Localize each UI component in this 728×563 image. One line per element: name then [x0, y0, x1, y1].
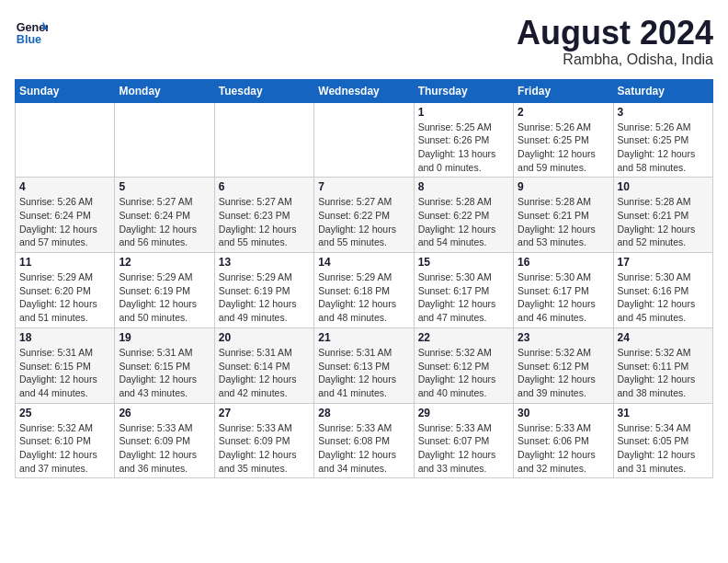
day-info: Sunrise: 5:33 AM Sunset: 6:09 PM Dayligh…	[119, 421, 210, 476]
day-info: Sunrise: 5:29 AM Sunset: 6:20 PM Dayligh…	[19, 270, 110, 325]
calendar-week-row: 18Sunrise: 5:31 AM Sunset: 6:15 PM Dayli…	[16, 327, 713, 403]
day-info: Sunrise: 5:27 AM Sunset: 6:22 PM Dayligh…	[318, 195, 409, 249]
location-subtitle: Rambha, Odisha, India	[517, 52, 713, 68]
calendar-cell: 18Sunrise: 5:31 AM Sunset: 6:15 PM Dayli…	[16, 327, 115, 403]
day-info: Sunrise: 5:33 AM Sunset: 6:08 PM Dayligh…	[318, 421, 409, 476]
day-info: Sunrise: 5:32 AM Sunset: 6:12 PM Dayligh…	[418, 346, 509, 400]
day-info: Sunrise: 5:30 AM Sunset: 6:17 PM Dayligh…	[518, 270, 609, 325]
day-number: 11	[19, 256, 110, 269]
day-info: Sunrise: 5:30 AM Sunset: 6:17 PM Dayligh…	[418, 270, 509, 325]
day-info: Sunrise: 5:33 AM Sunset: 6:09 PM Dayligh…	[219, 421, 310, 476]
calendar-week-row: 11Sunrise: 5:29 AM Sunset: 6:20 PM Dayli…	[16, 253, 713, 328]
day-info: Sunrise: 5:28 AM Sunset: 6:22 PM Dayligh…	[418, 195, 509, 249]
day-number: 16	[518, 256, 609, 269]
calendar-cell: 3Sunrise: 5:26 AM Sunset: 6:25 PM Daylig…	[613, 102, 712, 178]
logo-icon: General Blue	[15, 15, 48, 48]
day-info: Sunrise: 5:25 AM Sunset: 6:26 PM Dayligh…	[418, 121, 509, 175]
weekday-header-cell: Saturday	[613, 79, 712, 102]
day-number: 22	[418, 331, 509, 344]
day-info: Sunrise: 5:26 AM Sunset: 6:25 PM Dayligh…	[618, 121, 709, 175]
calendar-cell: 12Sunrise: 5:29 AM Sunset: 6:19 PM Dayli…	[115, 253, 214, 328]
weekday-header-row: SundayMondayTuesdayWednesdayThursdayFrid…	[16, 79, 713, 102]
calendar-cell: 14Sunrise: 5:29 AM Sunset: 6:18 PM Dayli…	[314, 253, 414, 328]
day-number: 23	[518, 331, 609, 344]
day-number: 2	[518, 106, 609, 119]
calendar-cell: 2Sunrise: 5:26 AM Sunset: 6:25 PM Daylig…	[514, 102, 613, 178]
day-number: 7	[318, 180, 409, 193]
calendar-body: 1Sunrise: 5:25 AM Sunset: 6:26 PM Daylig…	[16, 102, 713, 478]
calendar-cell: 13Sunrise: 5:29 AM Sunset: 6:19 PM Dayli…	[214, 253, 313, 328]
day-info: Sunrise: 5:26 AM Sunset: 6:24 PM Dayligh…	[19, 195, 110, 249]
calendar-cell: 23Sunrise: 5:32 AM Sunset: 6:12 PM Dayli…	[514, 327, 613, 403]
day-number: 24	[618, 331, 709, 344]
day-info: Sunrise: 5:27 AM Sunset: 6:24 PM Dayligh…	[119, 195, 210, 249]
calendar-cell: 24Sunrise: 5:32 AM Sunset: 6:11 PM Dayli…	[613, 327, 712, 403]
calendar-cell	[314, 102, 414, 178]
day-info: Sunrise: 5:31 AM Sunset: 6:13 PM Dayligh…	[318, 346, 409, 400]
day-number: 15	[418, 256, 509, 269]
day-info: Sunrise: 5:29 AM Sunset: 6:19 PM Dayligh…	[119, 270, 210, 325]
day-number: 14	[318, 256, 409, 269]
calendar-cell: 26Sunrise: 5:33 AM Sunset: 6:09 PM Dayli…	[115, 403, 214, 478]
day-number: 10	[618, 180, 709, 193]
day-number: 12	[119, 256, 210, 269]
calendar-cell: 9Sunrise: 5:28 AM Sunset: 6:21 PM Daylig…	[514, 178, 613, 253]
day-number: 17	[618, 256, 709, 269]
day-info: Sunrise: 5:29 AM Sunset: 6:18 PM Dayligh…	[318, 270, 409, 325]
day-number: 26	[119, 407, 210, 419]
calendar-cell	[214, 102, 313, 178]
day-number: 4	[19, 180, 110, 193]
calendar-cell: 16Sunrise: 5:30 AM Sunset: 6:17 PM Dayli…	[514, 253, 613, 328]
calendar-week-row: 4Sunrise: 5:26 AM Sunset: 6:24 PM Daylig…	[16, 178, 713, 253]
day-info: Sunrise: 5:31 AM Sunset: 6:15 PM Dayligh…	[19, 346, 110, 400]
day-info: Sunrise: 5:27 AM Sunset: 6:23 PM Dayligh…	[219, 195, 310, 249]
day-number: 8	[418, 180, 509, 193]
day-info: Sunrise: 5:34 AM Sunset: 6:05 PM Dayligh…	[618, 421, 709, 476]
calendar-cell: 4Sunrise: 5:26 AM Sunset: 6:24 PM Daylig…	[16, 178, 115, 253]
day-number: 5	[119, 180, 210, 193]
calendar-cell: 25Sunrise: 5:32 AM Sunset: 6:10 PM Dayli…	[16, 403, 115, 478]
day-info: Sunrise: 5:30 AM Sunset: 6:16 PM Dayligh…	[618, 270, 709, 325]
day-number: 20	[219, 331, 310, 344]
day-number: 13	[219, 256, 310, 269]
logo: General Blue	[15, 15, 48, 48]
day-number: 27	[219, 407, 310, 419]
day-number: 1	[418, 106, 509, 119]
calendar-cell: 5Sunrise: 5:27 AM Sunset: 6:24 PM Daylig…	[115, 178, 214, 253]
calendar-cell: 31Sunrise: 5:34 AM Sunset: 6:05 PM Dayli…	[613, 403, 712, 478]
day-number: 31	[618, 407, 709, 419]
calendar-cell: 15Sunrise: 5:30 AM Sunset: 6:17 PM Dayli…	[414, 253, 513, 328]
calendar-cell: 11Sunrise: 5:29 AM Sunset: 6:20 PM Dayli…	[16, 253, 115, 328]
day-info: Sunrise: 5:33 AM Sunset: 6:06 PM Dayligh…	[518, 421, 609, 476]
day-number: 6	[219, 180, 310, 193]
weekday-header-cell: Wednesday	[314, 79, 414, 102]
day-info: Sunrise: 5:31 AM Sunset: 6:15 PM Dayligh…	[119, 346, 210, 400]
day-number: 18	[19, 331, 110, 344]
day-number: 25	[19, 407, 110, 419]
calendar-cell: 30Sunrise: 5:33 AM Sunset: 6:06 PM Dayli…	[514, 403, 613, 478]
calendar-week-row: 1Sunrise: 5:25 AM Sunset: 6:26 PM Daylig…	[16, 102, 713, 178]
day-number: 29	[418, 407, 509, 419]
day-number: 21	[318, 331, 409, 344]
day-info: Sunrise: 5:26 AM Sunset: 6:25 PM Dayligh…	[518, 121, 609, 175]
calendar-cell: 27Sunrise: 5:33 AM Sunset: 6:09 PM Dayli…	[214, 403, 313, 478]
day-number: 19	[119, 331, 210, 344]
month-year-title: August 2024	[517, 15, 713, 52]
day-info: Sunrise: 5:32 AM Sunset: 6:11 PM Dayligh…	[618, 346, 709, 400]
calendar-cell: 20Sunrise: 5:31 AM Sunset: 6:14 PM Dayli…	[214, 327, 313, 403]
title-block: August 2024 Rambha, Odisha, India	[517, 15, 713, 68]
weekday-header-cell: Friday	[514, 79, 613, 102]
day-info: Sunrise: 5:32 AM Sunset: 6:12 PM Dayligh…	[518, 346, 609, 400]
day-info: Sunrise: 5:33 AM Sunset: 6:07 PM Dayligh…	[418, 421, 509, 476]
day-info: Sunrise: 5:32 AM Sunset: 6:10 PM Dayligh…	[19, 421, 110, 476]
day-info: Sunrise: 5:31 AM Sunset: 6:14 PM Dayligh…	[219, 346, 310, 400]
calendar-cell: 10Sunrise: 5:28 AM Sunset: 6:21 PM Dayli…	[613, 178, 712, 253]
svg-text:Blue: Blue	[17, 33, 41, 46]
day-number: 28	[318, 407, 409, 419]
calendar-cell: 21Sunrise: 5:31 AM Sunset: 6:13 PM Dayli…	[314, 327, 414, 403]
calendar-table: SundayMondayTuesdayWednesdayThursdayFrid…	[15, 79, 713, 479]
calendar-cell: 6Sunrise: 5:27 AM Sunset: 6:23 PM Daylig…	[214, 178, 313, 253]
calendar-cell: 22Sunrise: 5:32 AM Sunset: 6:12 PM Dayli…	[414, 327, 513, 403]
day-info: Sunrise: 5:29 AM Sunset: 6:19 PM Dayligh…	[219, 270, 310, 325]
day-info: Sunrise: 5:28 AM Sunset: 6:21 PM Dayligh…	[618, 195, 709, 249]
